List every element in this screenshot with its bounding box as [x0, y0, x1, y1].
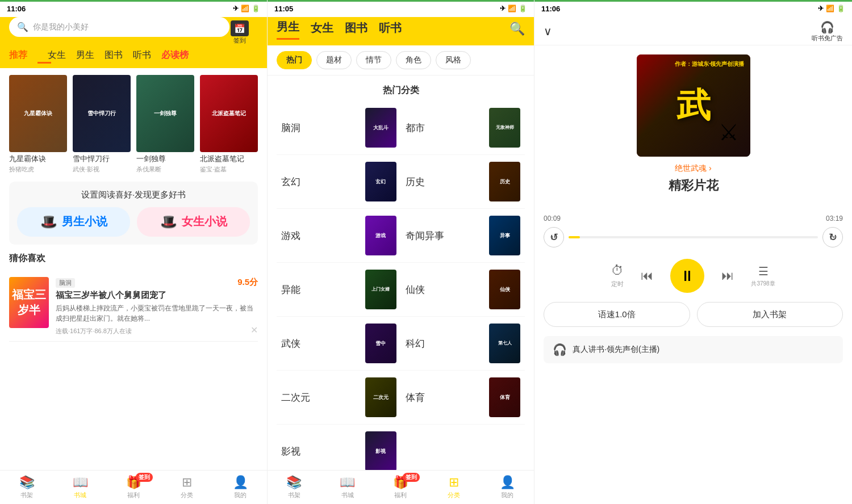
tab-books[interactable]: 图书	[345, 20, 367, 39]
timer-button[interactable]: ⏱ 定时	[611, 263, 624, 288]
mid-search-icon[interactable]: 🔍	[509, 22, 525, 36]
prev-icon: ⏮	[641, 268, 653, 283]
chapters-button[interactable]: ☰ 共3798章	[751, 264, 775, 288]
status-icons-left: ✈ 📶 🔋	[233, 5, 260, 12]
narrator-text: 真人讲书·领先声创(主播)	[573, 345, 659, 355]
book-card-1[interactable]: 九星霸体诀 九星霸体诀 扮猪吃虎	[9, 75, 67, 174]
cat-youxi[interactable]: 游戏 游戏	[277, 209, 401, 263]
cat-cover-yineng: 上门女婿	[365, 270, 396, 309]
progress-section: 00:09 03:19 ↺ 15 ↻ 15	[544, 203, 843, 250]
rec-desc: 后妈从楼梯上摔跤流产，小粟宝被罚在雪地里跪了一天一夜，被当成扫把星赶出家门。就在…	[56, 303, 258, 324]
status-time-right: 11:06	[541, 5, 560, 13]
cat-naodong[interactable]: 脑洞 大乱斗	[277, 101, 401, 155]
nav-text-bookshelf-mid: 书架	[288, 491, 300, 499]
nav-profile-left[interactable]: 👤 我的	[214, 471, 267, 504]
nav-text-profile-mid: 我的	[501, 491, 513, 499]
filter-topic[interactable]: 题材	[316, 51, 352, 69]
filter-plot[interactable]: 情节	[356, 51, 391, 69]
cat-qiwen[interactable]: 奇闻异事 异事	[401, 209, 525, 263]
cat-xianxia[interactable]: 仙侠 仙侠	[401, 263, 525, 317]
cat-wuxia[interactable]: 武侠 雪中	[277, 317, 401, 371]
male-novel-button[interactable]: 🎩 男生小说	[17, 207, 130, 237]
nav-category-left[interactable]: ⊞ 分类	[160, 471, 214, 504]
tab-female[interactable]: 女生	[311, 20, 333, 39]
cat-cover-wuxia: 雪中	[365, 324, 396, 363]
nav-bookshelf-left[interactable]: 📚 书架	[0, 471, 53, 504]
cat-yingshi[interactable]: 影视 影视	[277, 425, 401, 470]
rec-cover: 福宝三岁半	[9, 277, 49, 328]
nav-item-audio[interactable]: 听书	[133, 49, 151, 61]
action-row: 语速1.0倍 加入书架	[544, 302, 843, 327]
left-header: 🔍 你是我的小美好 📅 签到 推荐 女生 男生 图书 听书 必读榜	[0, 17, 267, 68]
progress-container: 00:09 03:19 ↺ 15 ↻ 15	[544, 203, 843, 250]
female-novel-button[interactable]: 🎩 女生小说	[137, 207, 250, 237]
close-rec-button[interactable]: ✕	[250, 325, 258, 335]
pause-icon: ⏸	[680, 267, 695, 285]
pause-button[interactable]: ⏸	[670, 259, 704, 293]
cat-cover-xuanhuan: 玄幻	[365, 162, 396, 201]
nav-item-mustread[interactable]: 必读榜	[161, 49, 189, 61]
prev-button[interactable]: ⏮	[641, 268, 653, 283]
book-card-3[interactable]: 一剑独尊 一剑独尊 杀伐果断	[136, 75, 194, 174]
forward-15-button[interactable]: ↻ 15	[822, 227, 843, 247]
right-header: ∨ 🎧 听书免广告	[534, 17, 852, 45]
book-card-4[interactable]: 北派盗墓笔记 北派盗墓笔记 鉴宝·盗墓	[200, 75, 258, 174]
nav-item-male[interactable]: 男生	[76, 49, 94, 61]
book-card-2[interactable]: 雪中悍刀行 雪中悍刀行 武侠·影视	[73, 75, 131, 174]
category-grid: 脑洞 大乱斗 都市 无敌神师 玄幻 玄幻 历史 历史 游戏 游戏 奇闻异	[277, 101, 525, 470]
cat-erciyuan[interactable]: 二次元 二次元	[277, 371, 401, 425]
speed-button[interactable]: 语速1.0倍	[544, 302, 690, 327]
cat-dushi[interactable]: 都市 无敌神师	[401, 101, 525, 155]
timer-icon: ⏱	[611, 263, 624, 278]
nav-welfare-left[interactable]: 🎁 福利 签到	[107, 471, 160, 504]
nav-item-female[interactable]: 女生	[48, 49, 66, 61]
progress-track[interactable]	[569, 236, 818, 238]
sign-button[interactable]: 📅 签到	[231, 20, 249, 45]
tab-audio[interactable]: 听书	[379, 20, 402, 39]
mid-content: 热门分类 脑洞 大乱斗 都市 无敌神师 玄幻 玄幻 历史 历史 游戏	[268, 75, 534, 470]
book-series[interactable]: 绝世武魂 ›	[675, 163, 712, 174]
nav-bookstore-mid[interactable]: 📖 书城	[321, 471, 374, 504]
nav-category-mid[interactable]: ⊞ 分类	[427, 471, 481, 504]
nav-item-books[interactable]: 图书	[105, 49, 123, 61]
chapters-icon: ☰	[758, 264, 769, 278]
book-grid: 九星霸体诀 九星霸体诀 扮猪吃虎 雪中悍刀行 雪中悍刀行 武侠·影视 一剑独尊 …	[9, 75, 258, 174]
recommend-section: 设置阅读喜好·发现更多好书 🎩 男生小说 🎩 女生小说	[9, 182, 258, 245]
section-heading: 热门分类	[277, 75, 525, 101]
book-cover-4: 北派盗墓笔记	[200, 75, 258, 152]
filter-hot[interactable]: 热门	[277, 51, 312, 69]
cat-lishi[interactable]: 历史 历史	[401, 155, 525, 209]
filter-style[interactable]: 风格	[436, 51, 471, 69]
search-bar[interactable]: 🔍 你是我的小美好	[9, 17, 229, 37]
nav-item-recommend[interactable]: 推荐	[9, 49, 27, 61]
cat-kehuan[interactable]: 科幻 第七人	[401, 317, 525, 371]
replay-15-button[interactable]: ↺ 15	[544, 227, 564, 247]
book-banner[interactable]: 作者：游城东·领先声创演播 武 ⚔	[637, 54, 750, 157]
cat-xuanhuan[interactable]: 玄幻 玄幻	[277, 155, 401, 209]
shelf-button[interactable]: 加入书架	[697, 302, 843, 327]
next-button[interactable]: ⏭	[721, 268, 734, 283]
nav-bookstore-left[interactable]: 📖 书城	[53, 471, 107, 504]
book-sub-1: 扮猪吃虎	[9, 165, 67, 174]
ad-free-button[interactable]: 🎧 听书免广告	[812, 20, 843, 42]
cat-cover-xianxia: 仙侠	[489, 270, 520, 309]
left-panel: 11:06 ✈ 📶 🔋 🔍 你是我的小美好 📅 签到 推荐 女生 男生	[0, 0, 267, 504]
cat-cover-youxi: 游戏	[365, 216, 396, 255]
book-cover-1: 九星霸体诀	[9, 75, 67, 152]
profile-icon-mid: 👤	[500, 475, 515, 490]
rec-item[interactable]: 福宝三岁半 脑洞 福宝三岁半被八个舅舅团宠了 9.5分 后妈从楼梯上摔跤流产，小…	[9, 271, 258, 342]
nav-welfare-mid[interactable]: 🎁 福利 签到	[374, 471, 428, 504]
narrator-row: 🎧 真人讲书·领先声创(主播)	[544, 336, 843, 363]
cat-tiyu[interactable]: 体育 体育	[401, 371, 525, 425]
right-content: 作者：游城东·领先声创演播 武 ⚔ 绝世武魂 › 精彩片花 00:09 03:1…	[534, 45, 852, 504]
nav-profile-mid[interactable]: 👤 我的	[481, 471, 534, 504]
male-label: 男生小说	[62, 214, 107, 229]
tab-male[interactable]: 男生	[277, 19, 299, 40]
chevron-down-icon[interactable]: ∨	[544, 24, 552, 38]
nav-bookshelf-mid[interactable]: 📚 书架	[268, 471, 321, 504]
guess-section-title: 猜你喜欢	[9, 253, 258, 264]
cat-yineng[interactable]: 异能 上门女婿	[277, 263, 401, 317]
player-controls: ⏱ 定时 ⏮ ⏸ ⏭ ☰ 共3798章	[611, 259, 775, 293]
nav-text-profile-left: 我的	[234, 491, 247, 499]
filter-role[interactable]: 角色	[396, 51, 431, 69]
